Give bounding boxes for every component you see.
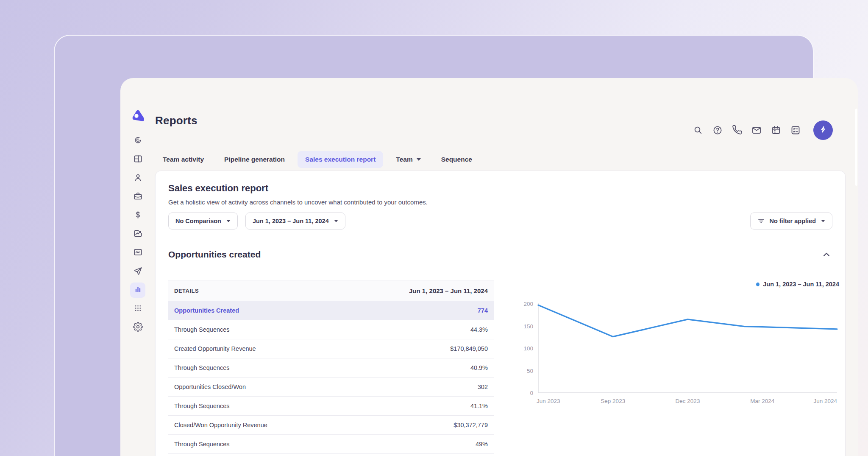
lightning-bolt-icon <box>818 124 828 136</box>
chevron-up-icon[interactable] <box>821 249 832 260</box>
phone-icon[interactable] <box>732 125 742 135</box>
tasklist-icon[interactable] <box>790 125 801 135</box>
filter-dropdown[interactable]: No filter applied <box>750 213 832 229</box>
mail-icon[interactable] <box>751 125 762 135</box>
svg-text:200: 200 <box>523 301 533 307</box>
sidebar-item-analytics[interactable] <box>130 227 145 242</box>
table-row[interactable]: Opportunities Created774 <box>168 301 494 320</box>
date-range-dropdown[interactable]: Jun 1, 2023 – Jun 11, 2024 <box>245 213 345 229</box>
sidebar-item-activity[interactable] <box>130 245 145 260</box>
table-row[interactable]: Through Sequences44.3% <box>168 320 494 339</box>
tab-sales-execution-report[interactable]: Sales execution report <box>298 151 383 168</box>
sidebar-item-spiral[interactable] <box>130 133 145 148</box>
svg-text:Jun 2023: Jun 2023 <box>537 398 560 404</box>
bar-chart-icon <box>133 285 143 296</box>
chart-ticks: 050100150200Jun 2023Sep 2023Dec 2023Mar … <box>523 301 837 404</box>
table-row[interactable]: Through Sequences41.1% <box>168 397 494 416</box>
table-row[interactable]: Through Sequences40.9% <box>168 358 494 378</box>
filter-lines-icon <box>757 217 765 225</box>
gear-icon <box>133 322 143 333</box>
legend-dot-icon <box>756 283 760 286</box>
sidebar <box>120 78 155 456</box>
tab-team-dropdown[interactable]: Team <box>388 151 428 168</box>
chevron-down-icon <box>821 220 825 222</box>
svg-text:Jun 2024: Jun 2024 <box>813 398 837 404</box>
app-surface: Reports Team activity Pipeline generatio… <box>120 78 858 456</box>
line-chart-panel: Jun 1, 2023 – Jun 11, 2024 050100150200J… <box>517 280 839 454</box>
scrollbar[interactable] <box>855 109 857 186</box>
table-row[interactable]: Opportunities Closed/Won302 <box>168 378 494 397</box>
tab-pipeline-generation[interactable]: Pipeline generation <box>217 151 292 168</box>
trend-chart-icon <box>133 229 143 240</box>
comparison-dropdown[interactable]: No Comparison <box>168 213 238 229</box>
app-window: Reports Team activity Pipeline generatio… <box>54 35 814 456</box>
sidebar-item-layout[interactable] <box>130 152 145 167</box>
report-title: Sales execution report <box>168 182 832 195</box>
layout-icon <box>133 154 143 165</box>
chevron-down-icon <box>417 158 421 161</box>
user-avatar[interactable] <box>813 120 833 140</box>
tab-sequence[interactable]: Sequence <box>434 151 480 168</box>
paper-plane-icon <box>133 266 143 277</box>
sidebar-item-settings[interactable] <box>130 320 145 335</box>
page-title: Reports <box>155 109 198 140</box>
svg-text:Mar 2024: Mar 2024 <box>750 398 775 404</box>
sidebar-item-people[interactable] <box>130 171 145 186</box>
chevron-down-icon <box>334 220 338 222</box>
sidebar-item-reports[interactable] <box>130 283 145 298</box>
calendar-icon[interactable] <box>771 125 781 135</box>
svg-text:100: 100 <box>523 345 533 352</box>
svg-text:Sep 2023: Sep 2023 <box>601 398 625 404</box>
table-row[interactable]: Closed/Won Opportunity Revenue$30,372,77… <box>168 416 494 435</box>
svg-text:50: 50 <box>527 368 533 374</box>
chart-legend: Jun 1, 2023 – Jun 11, 2024 <box>517 280 839 288</box>
sidebar-item-sequences[interactable] <box>130 264 145 279</box>
grid-dots-icon <box>133 303 143 315</box>
sidebar-item-companies[interactable] <box>130 189 145 204</box>
person-icon <box>133 173 143 184</box>
details-table: DETAILS Jun 1, 2023 – Jun 11, 2024 Oppor… <box>168 280 494 454</box>
header-actions <box>693 120 846 140</box>
report-card: Sales execution report Get a holistic vi… <box>155 171 846 456</box>
dollar-icon <box>133 210 143 221</box>
tab-team-activity[interactable]: Team activity <box>155 151 211 168</box>
line-chart: 050100150200Jun 2023Sep 2023Dec 2023Mar … <box>517 291 839 406</box>
sidebar-item-deals[interactable] <box>130 208 145 223</box>
app-logo-icon[interactable] <box>131 109 144 121</box>
table-header: DETAILS Jun 1, 2023 – Jun 11, 2024 <box>168 280 494 301</box>
svg-text:150: 150 <box>523 323 533 330</box>
table-row[interactable]: Created Opportunity Revenue$170,849,050 <box>168 339 494 358</box>
chevron-down-icon <box>226 220 231 222</box>
report-tabs: Team activity Pipeline generation Sales … <box>155 151 846 168</box>
sidebar-item-apps[interactable] <box>130 301 145 316</box>
help-icon[interactable] <box>712 125 723 135</box>
briefcase-icon <box>133 191 143 203</box>
activity-screen-icon <box>133 247 143 259</box>
chart-series-line <box>538 305 837 337</box>
spiral-icon <box>133 135 143 147</box>
report-description: Get a holistic view of activity across c… <box>168 198 832 207</box>
table-row[interactable]: Through Sequences49% <box>168 435 494 454</box>
svg-text:0: 0 <box>530 390 533 396</box>
search-icon[interactable] <box>693 125 703 135</box>
svg-text:Dec 2023: Dec 2023 <box>676 398 700 404</box>
section-title: Opportunities created <box>168 249 261 260</box>
